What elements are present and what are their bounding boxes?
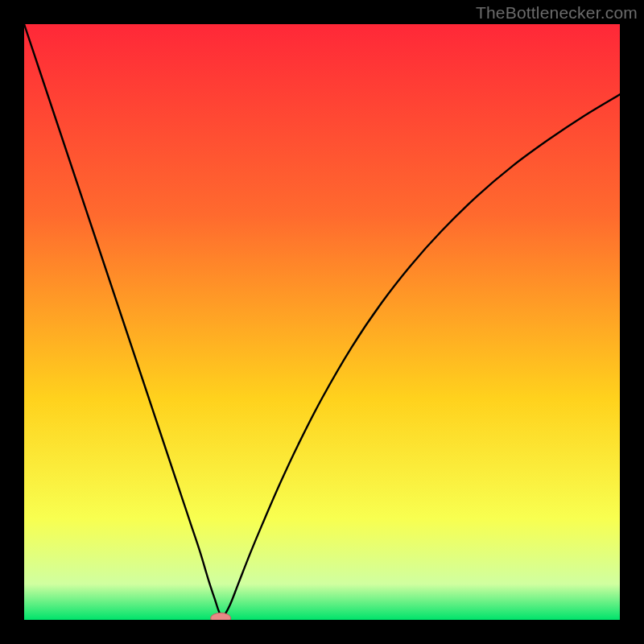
gradient-background [24,24,620,620]
watermark-text: TheBottlenecker.com [476,3,638,23]
chart-frame: TheBottlenecker.com [0,0,644,644]
chart-svg [24,24,620,620]
plot-area [24,24,620,620]
